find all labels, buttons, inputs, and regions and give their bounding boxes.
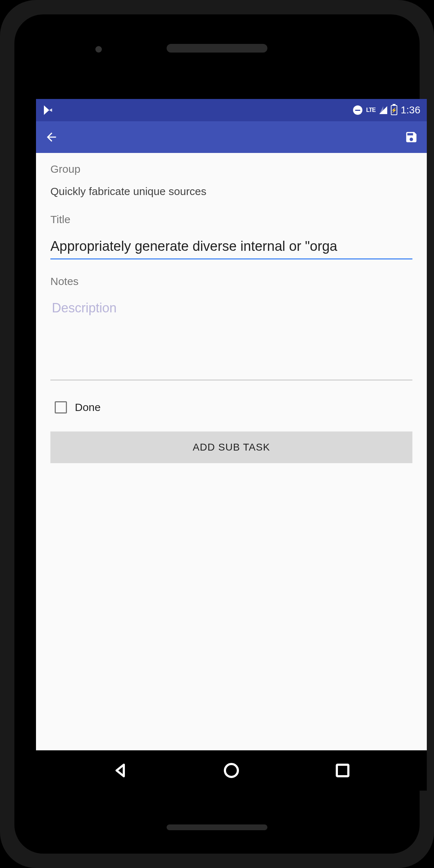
done-row[interactable]: Done <box>50 398 412 417</box>
group-label: Group <box>50 163 412 175</box>
notes-label: Notes <box>50 275 412 288</box>
svg-point-0 <box>225 764 238 777</box>
app-bar <box>36 121 427 153</box>
battery-charging-icon: ⚡ <box>391 105 397 115</box>
add-subtask-button[interactable]: ADD SUB TASK <box>50 431 412 463</box>
nav-home-icon[interactable] <box>223 762 240 779</box>
front-camera <box>95 46 102 53</box>
play-store-icon <box>42 104 54 116</box>
done-checkbox[interactable] <box>55 401 67 413</box>
nav-recent-icon[interactable] <box>334 762 351 779</box>
title-label: Title <box>50 213 412 226</box>
svg-rect-1 <box>337 765 348 776</box>
navigation-bar <box>36 750 427 791</box>
signal-icon <box>379 106 387 114</box>
speaker-bottom <box>167 824 267 830</box>
screen: LTE ⚡ 1:36 Group Quickl <box>36 99 427 791</box>
do-not-disturb-icon <box>353 105 362 115</box>
phone-bezel: LTE ⚡ 1:36 Group Quickl <box>14 14 420 854</box>
status-bar: LTE ⚡ 1:36 <box>36 99 427 121</box>
group-value[interactable]: Quickly fabricate unique sources <box>50 185 412 198</box>
clock: 1:36 <box>401 104 421 116</box>
title-input[interactable] <box>50 236 412 259</box>
notes-textarea[interactable] <box>50 298 412 380</box>
save-icon[interactable] <box>404 130 418 144</box>
form-content: Group Quickly fabricate unique sources T… <box>36 153 427 473</box>
phone-frame: LTE ⚡ 1:36 Group Quickl <box>0 0 434 868</box>
speaker-top <box>167 44 267 53</box>
back-arrow-icon[interactable] <box>45 130 58 144</box>
network-lte-label: LTE <box>366 107 375 113</box>
nav-back-icon[interactable] <box>112 762 129 779</box>
done-label: Done <box>75 401 101 413</box>
